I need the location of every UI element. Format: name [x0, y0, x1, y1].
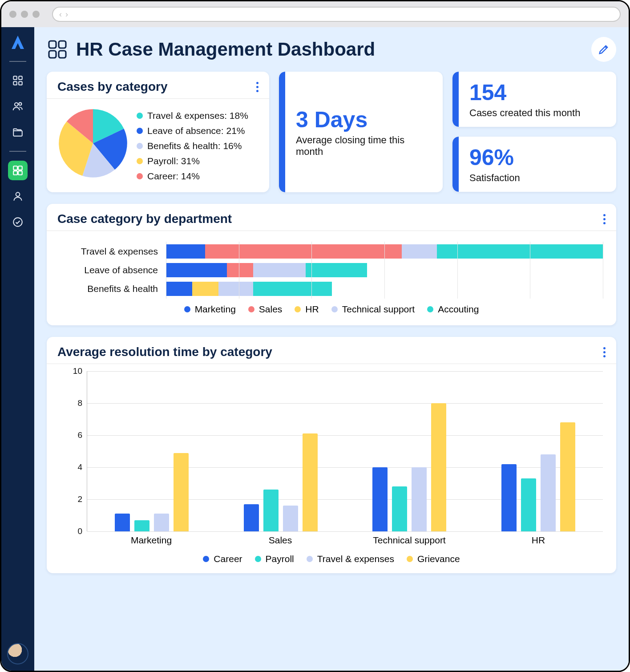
- card-menu-button[interactable]: [603, 347, 606, 357]
- bar-segment: [166, 244, 205, 259]
- nav-back-icon[interactable]: ‹: [59, 10, 62, 19]
- legend-swatch: [137, 128, 143, 134]
- bar: [501, 464, 517, 531]
- svg-rect-10: [18, 171, 22, 175]
- metric-label: Average closing time this month: [296, 134, 432, 158]
- legend-swatch: [137, 143, 143, 149]
- bar-segment: [253, 263, 306, 277]
- sidebar-item-tasks[interactable]: [8, 212, 28, 232]
- metric-label: Satisfaction: [469, 172, 606, 184]
- svg-rect-6: [13, 131, 22, 136]
- legend-item: Accouting: [427, 304, 479, 315]
- bar: [431, 403, 446, 531]
- app-logo-icon[interactable]: [8, 33, 27, 52]
- bar-segment: [166, 263, 227, 277]
- legend-label: Payroll: 31%: [147, 156, 200, 166]
- svg-rect-0: [13, 76, 17, 80]
- legend-label: Leave of absence: 21%: [147, 125, 245, 136]
- legend-item: Career: [203, 554, 242, 564]
- bar-track: [166, 282, 603, 296]
- resolution-card: Average resolution time by category 0246…: [47, 337, 616, 573]
- legend-item: Career: 14%: [137, 171, 248, 182]
- bar-label: Travel & expenses: [60, 246, 158, 257]
- bar-segment: [306, 263, 367, 277]
- dashboard-icon: [47, 39, 68, 60]
- legend-swatch: [307, 556, 313, 562]
- svg-rect-7: [13, 166, 17, 170]
- x-tick: HR: [474, 531, 603, 546]
- legend-label: Travel & expenses: 18%: [147, 110, 248, 121]
- cases-by-category-card: Cases by category Travel & expenses: 18%…: [47, 72, 269, 192]
- bar: [412, 467, 427, 531]
- main-content: HR Case Management Dashboard Cases by ca…: [34, 27, 629, 671]
- metric-value: 3 Days: [296, 107, 432, 133]
- legend-item: Marketing: [184, 304, 236, 315]
- bar: [521, 478, 536, 531]
- x-tick: Marketing: [87, 531, 216, 546]
- window-close-dot[interactable]: [9, 11, 16, 18]
- bar: [372, 467, 388, 531]
- nav-forward-icon[interactable]: ›: [65, 10, 68, 19]
- legend-swatch: [203, 556, 209, 562]
- sidebar-item-folders[interactable]: [8, 122, 28, 142]
- y-tick: 2: [77, 494, 82, 504]
- bar: [244, 504, 259, 531]
- bar: [541, 454, 556, 531]
- metrics-column: 154 Cases created this month 96% Satisfa…: [452, 72, 616, 192]
- metric-label: Cases created this month: [469, 107, 606, 119]
- bar: [263, 490, 279, 531]
- bar-label: Benefits & health: [60, 283, 158, 294]
- x-tick: Sales: [216, 531, 345, 546]
- svg-point-4: [15, 103, 18, 106]
- bar-segment: [166, 282, 192, 296]
- user-avatar[interactable]: [7, 643, 28, 664]
- stacked-bar-row: Leave of absence: [60, 263, 603, 277]
- legend-item: Travel & expenses: [307, 554, 394, 564]
- sidebar-item-apps[interactable]: [8, 71, 28, 90]
- legend-label: HR: [305, 304, 319, 315]
- bar: [154, 514, 169, 531]
- bar-legend: CareerPayrollTravel & expensesGrievance: [60, 554, 603, 564]
- card-menu-button[interactable]: [256, 82, 258, 92]
- bar: [303, 433, 318, 531]
- dept-card: Case category by department Travel & exp…: [47, 204, 616, 325]
- bar-track: [166, 244, 603, 259]
- page-header: HR Case Management Dashboard: [47, 37, 616, 62]
- sidebar: [1, 27, 34, 671]
- sidebar-separator: [9, 61, 26, 62]
- legend-label: Grievance: [417, 554, 460, 564]
- bar-track: [166, 263, 603, 277]
- legend-item: Sales: [248, 304, 283, 315]
- y-tick: 0: [77, 526, 82, 536]
- bar-segment: [437, 244, 603, 259]
- sidebar-item-dashboard[interactable]: [8, 161, 28, 180]
- stacked-bar-chart: Travel & expensesLeave of absenceBenefit…: [60, 244, 603, 296]
- accent-bar: [279, 72, 285, 192]
- legend-label: Career: 14%: [147, 171, 200, 182]
- svg-point-5: [19, 103, 21, 105]
- url-bar[interactable]: ‹ ›: [52, 7, 621, 22]
- legend-label: Sales: [259, 304, 283, 315]
- svg-point-11: [16, 192, 20, 196]
- bar-group: [345, 371, 474, 531]
- card-title: Average resolution time by category: [57, 345, 272, 359]
- card-menu-button[interactable]: [603, 214, 606, 224]
- edit-button[interactable]: [591, 37, 616, 62]
- sidebar-item-people[interactable]: [8, 97, 28, 116]
- legend-item: Leave of absence: 21%: [137, 125, 248, 136]
- metric-value: 154: [469, 80, 606, 105]
- window-min-dot[interactable]: [21, 11, 28, 18]
- bar-segment: [227, 263, 253, 277]
- bar-segment: [192, 282, 218, 296]
- y-tick: 8: [77, 398, 82, 408]
- svg-rect-2: [13, 81, 17, 85]
- bar-segment: [402, 244, 437, 259]
- legend-swatch: [137, 158, 143, 164]
- legend-label: Benefits & health: 16%: [147, 141, 242, 151]
- window-max-dot[interactable]: [32, 11, 40, 18]
- avg-closing-card: 3 Days Average closing time this month: [279, 72, 443, 192]
- svg-rect-15: [49, 51, 56, 58]
- y-tick: 4: [77, 462, 82, 472]
- sidebar-item-profile[interactable]: [8, 186, 28, 206]
- legend-item: Technical support: [331, 304, 415, 315]
